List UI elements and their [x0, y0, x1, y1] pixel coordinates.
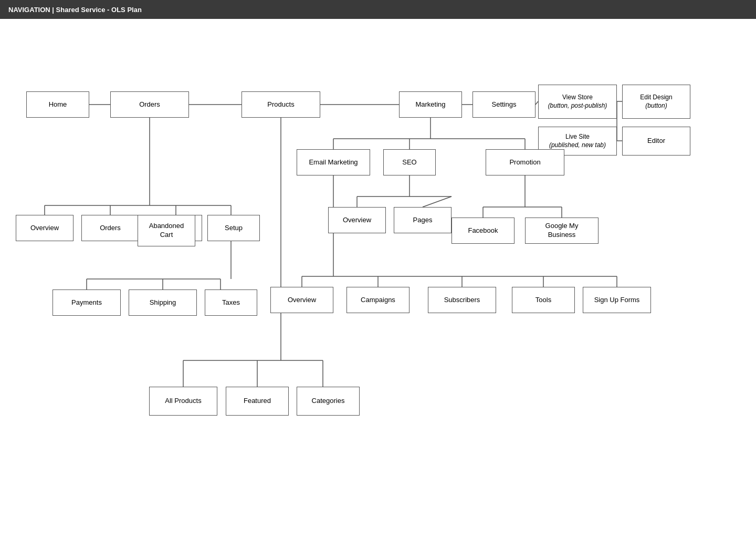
node-seo-pages: Pages [394, 207, 452, 233]
node-campaigns: Campaigns [346, 287, 410, 313]
topbar-title: NAVIGATION | Shared Service - OLS Plan [8, 6, 142, 14]
node-taxes: Taxes [205, 289, 257, 316]
node-featured: Featured [226, 387, 289, 416]
node-settings: Settings [472, 91, 536, 118]
node-tools: Tools [512, 287, 575, 313]
node-all-products: All Products [149, 387, 217, 416]
node-orders-orders: Orders [81, 215, 139, 241]
node-seo-overview: Overview [328, 207, 386, 233]
node-edit-design: Edit Design(button) [622, 85, 690, 119]
node-view-store: View Store(button, post-publish) [538, 85, 617, 119]
node-google-my-business: Google MyBusiness [525, 218, 598, 244]
node-em-overview: Overview [270, 287, 333, 313]
node-marketing: Marketing [399, 91, 462, 118]
node-sign-up-forms: Sign Up Forms [583, 287, 651, 313]
node-promotion: Promotion [486, 149, 564, 175]
node-setup: Setup [207, 215, 260, 241]
node-facebook: Facebook [452, 218, 514, 244]
svg-line-28 [423, 196, 452, 207]
node-products-top: Products [242, 91, 320, 118]
node-seo: SEO [383, 149, 436, 175]
diagram-area: Home Orders Products Marketing Settings … [0, 19, 756, 538]
node-shipping: Shipping [129, 289, 197, 316]
node-orders-top: Orders [110, 91, 189, 118]
topbar: NAVIGATION | Shared Service - OLS Plan [0, 0, 756, 19]
node-payments: Payments [52, 289, 121, 316]
node-abandoned-cart: AbandonedCart [138, 215, 195, 246]
node-categories: Categories [297, 387, 360, 416]
node-orders-overview: Overview [16, 215, 74, 241]
node-email-marketing: Email Marketing [297, 149, 370, 175]
node-subscribers: Subscribers [428, 287, 496, 313]
node-editor: Editor [622, 127, 690, 156]
node-home: Home [26, 91, 89, 118]
